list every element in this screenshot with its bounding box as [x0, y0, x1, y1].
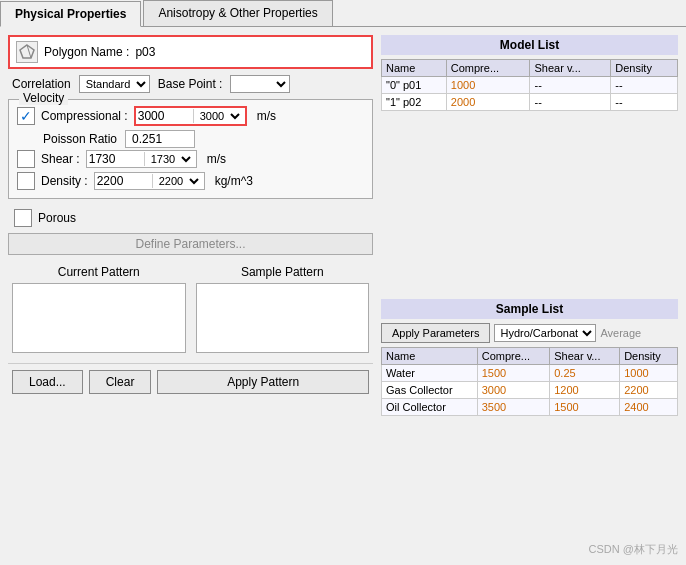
sample-col-compre: Compre... [477, 348, 550, 365]
model-cell-density: -- [611, 77, 678, 94]
model-list-section: Model List Name Compre... Shear v... Den… [381, 35, 678, 293]
shear-label: Shear : [41, 152, 80, 166]
model-cell-density: -- [611, 94, 678, 111]
sample-cell-compre: 3000 [477, 382, 550, 399]
porous-checkbox[interactable] [14, 209, 32, 227]
compressional-input-group: 3000 [134, 106, 247, 126]
current-pattern-title: Current Pattern [12, 265, 186, 279]
sample-list-section: Sample List Apply Parameters Hydro/Carbo… [381, 299, 678, 557]
watermark: CSDN @林下月光 [589, 542, 678, 557]
poisson-label: Poisson Ratio [43, 132, 117, 146]
model-col-compre: Compre... [446, 60, 530, 77]
shear-dropdown[interactable]: 1730 [144, 152, 194, 166]
sample-cell-compre: 1500 [477, 365, 550, 382]
density-input[interactable] [97, 174, 152, 188]
compressional-label: Compressional : [41, 109, 128, 123]
table-row: "0" p01 1000 -- -- [382, 77, 678, 94]
shear-checkbox[interactable] [17, 150, 35, 168]
basepoint-label: Base Point : [158, 77, 223, 91]
sample-pattern-box: Sample Pattern [196, 265, 370, 353]
current-pattern-box: Current Pattern [12, 265, 186, 353]
sample-table: Name Compre... Shear v... Density Water … [381, 347, 678, 416]
sample-pattern-title: Sample Pattern [196, 265, 370, 279]
model-col-name: Name [382, 60, 447, 77]
sample-cell-shear: 0.25 [550, 365, 620, 382]
model-col-density: Density [611, 60, 678, 77]
density-row: Density : 2200 kg/m^3 [17, 172, 364, 190]
model-col-shear: Shear v... [530, 60, 611, 77]
correlation-select[interactable]: Standard [79, 75, 150, 93]
correlation-label: Correlation [12, 77, 71, 91]
sample-cell-compre: 3500 [477, 399, 550, 416]
sample-cell-shear: 1200 [550, 382, 620, 399]
velocity-group: Velocity ✓ Compressional : 3000 m/s [8, 99, 373, 199]
sample-cell-density: 2400 [620, 399, 678, 416]
model-cell-name: "1" p02 [382, 94, 447, 111]
sample-col-name: Name [382, 348, 478, 365]
porous-label: Porous [38, 211, 76, 225]
compressional-input[interactable] [138, 109, 193, 123]
velocity-group-title: Velocity [19, 91, 68, 105]
apply-params-button[interactable]: Apply Parameters [381, 323, 490, 343]
density-label: Density : [41, 174, 88, 188]
sample-cell-density: 2200 [620, 382, 678, 399]
pattern-section: Current Pattern Sample Pattern [8, 261, 373, 357]
compressional-check-icon: ✓ [20, 109, 32, 123]
porous-row: Porous [8, 205, 373, 231]
model-cell-name: "0" p01 [382, 77, 447, 94]
model-cell-compre: 2000 [446, 94, 530, 111]
density-unit: kg/m^3 [215, 174, 253, 188]
sample-cell-density: 1000 [620, 365, 678, 382]
polygon-name-label: Polygon Name : [44, 45, 129, 59]
sample-controls: Apply Parameters Hydro/Carbonat Average [381, 323, 678, 343]
density-input-group: 2200 [94, 172, 205, 190]
table-row: "1" p02 2000 -- -- [382, 94, 678, 111]
polygon-name-input[interactable] [135, 45, 365, 59]
table-row: Oil Collector 3500 1500 2400 [382, 399, 678, 416]
basepoint-select[interactable] [230, 75, 290, 93]
density-checkbox[interactable] [17, 172, 35, 190]
tab-bar: Physical Properties Anisotropy & Other P… [0, 0, 686, 27]
load-button[interactable]: Load... [12, 370, 83, 394]
model-cell-shear: -- [530, 77, 611, 94]
sample-cell-name: Gas Collector [382, 382, 478, 399]
left-panel: Polygon Name : Correlation Standard Base… [8, 35, 373, 557]
model-list-title: Model List [381, 35, 678, 55]
define-params-button[interactable]: Define Parameters... [8, 233, 373, 255]
compressional-dropdown[interactable]: 3000 [193, 109, 243, 123]
shear-input-group: 1730 [86, 150, 197, 168]
model-cell-shear: -- [530, 94, 611, 111]
right-panel: Model List Name Compre... Shear v... Den… [381, 35, 678, 557]
model-table: Name Compre... Shear v... Density "0" p0… [381, 59, 678, 111]
compressional-row: ✓ Compressional : 3000 m/s [17, 106, 364, 126]
apply-pattern-button[interactable]: Apply Pattern [157, 370, 369, 394]
shear-row: Shear : 1730 m/s [17, 150, 364, 168]
porous-section: Porous Define Parameters... [8, 205, 373, 255]
sample-col-shear: Shear v... [550, 348, 620, 365]
sample-cell-name: Oil Collector [382, 399, 478, 416]
sample-list-title: Sample List [381, 299, 678, 319]
poisson-row: Poisson Ratio 0.251 [17, 130, 364, 148]
current-pattern-canvas [12, 283, 186, 353]
bottom-buttons: Load... Clear Apply Pattern [8, 363, 373, 400]
svg-marker-0 [20, 45, 34, 58]
sample-pattern-canvas [196, 283, 370, 353]
clear-button[interactable]: Clear [89, 370, 152, 394]
sample-type-select[interactable]: Hydro/Carbonat [494, 324, 596, 342]
sample-col-density: Density [620, 348, 678, 365]
tab-physical-properties[interactable]: Physical Properties [0, 1, 141, 27]
table-row: Gas Collector 3000 1200 2200 [382, 382, 678, 399]
shear-input[interactable] [89, 152, 144, 166]
polygon-name-row: Polygon Name : [8, 35, 373, 69]
average-label: Average [600, 327, 641, 339]
compressional-checkbox[interactable]: ✓ [17, 107, 35, 125]
density-dropdown[interactable]: 2200 [152, 174, 202, 188]
shear-unit: m/s [207, 152, 226, 166]
polygon-icon [16, 41, 38, 63]
tab-anisotropy[interactable]: Anisotropy & Other Properties [143, 0, 332, 26]
compressional-unit: m/s [257, 109, 276, 123]
sample-cell-shear: 1500 [550, 399, 620, 416]
poisson-value: 0.251 [125, 130, 195, 148]
table-row: Water 1500 0.25 1000 [382, 365, 678, 382]
sample-cell-name: Water [382, 365, 478, 382]
